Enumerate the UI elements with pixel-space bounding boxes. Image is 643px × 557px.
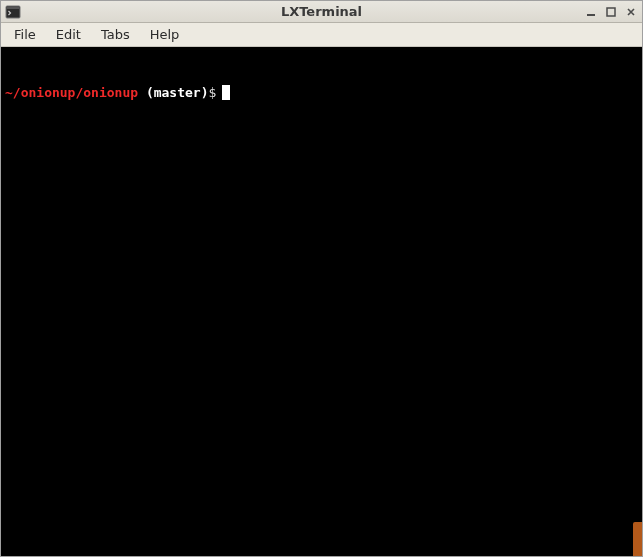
menu-tabs[interactable]: Tabs [92, 24, 139, 45]
menu-help[interactable]: Help [141, 24, 189, 45]
cursor-icon [222, 85, 230, 100]
prompt-git-branch: (master) [146, 84, 209, 101]
prompt-path: ~/onionup/onionup [5, 84, 146, 101]
minimize-button[interactable] [584, 5, 598, 19]
terminal-viewport[interactable]: ~/onionup/onionup (master)$ [1, 47, 642, 556]
window-title: LXTerminal [1, 4, 642, 19]
svg-rect-1 [7, 7, 19, 9]
prompt-line: ~/onionup/onionup (master)$ [5, 84, 638, 101]
menu-file[interactable]: File [5, 24, 45, 45]
terminal-app-icon [5, 4, 21, 20]
menubar: File Edit Tabs Help [1, 23, 642, 47]
close-button[interactable] [624, 5, 638, 19]
accent-stripe [633, 522, 642, 556]
svg-rect-3 [607, 8, 615, 16]
prompt-symbol: $ [209, 84, 217, 101]
svg-rect-2 [587, 14, 595, 16]
maximize-button[interactable] [604, 5, 618, 19]
titlebar[interactable]: LXTerminal [1, 1, 642, 23]
menu-edit[interactable]: Edit [47, 24, 90, 45]
terminal-window: LXTerminal File Edit Tabs Help ~/onionup… [0, 0, 643, 557]
window-controls [584, 5, 638, 19]
